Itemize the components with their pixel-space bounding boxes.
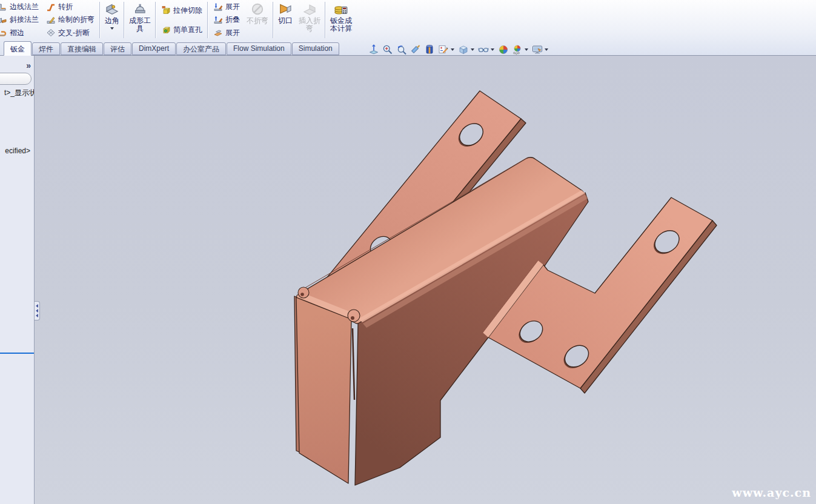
jog-icon: [46, 2, 56, 12]
corner-gusset[interactable]: [348, 310, 360, 322]
tab-weldments[interactable]: 焊件: [32, 42, 60, 55]
button-label: 展开: [225, 2, 240, 12]
corner-dropdown-arrow[interactable]: [110, 27, 114, 30]
view-settings-dropdown-arrow[interactable]: [545, 48, 548, 51]
toolbar-button-row: 边线法兰斜接法兰褶边转折绘制的折弯交叉-折断边角成形工具拉伸切除简单直孔展开折叠…: [0, 0, 355, 40]
watermark: www.ayc.cn: [732, 486, 811, 499]
extruded-cut-icon: [161, 5, 171, 15]
unfold-button[interactable]: 展开: [211, 1, 242, 13]
feature-filter-box[interactable]: [0, 73, 32, 85]
unfold-icon: [213, 2, 223, 12]
view-settings-icon[interactable]: [531, 43, 544, 56]
hem-button[interactable]: 褶边: [0, 27, 41, 39]
toolbar-group-fold-column: 展开折叠展开: [210, 0, 244, 40]
sheet-metal-cost-button[interactable]: 钣金成本计算: [327, 0, 355, 40]
previous-view-icon[interactable]: [395, 43, 408, 56]
hide-show-items-icon[interactable]: [477, 43, 490, 56]
toolbar-group-cut-column: 拉伸切除简单直孔: [158, 0, 206, 40]
flatten-button[interactable]: 展开: [211, 27, 242, 39]
toolbar-group-flange-column: 边线法兰斜接法兰褶边: [0, 0, 42, 40]
button-label: 切口: [278, 17, 293, 25]
tab-simulation[interactable]: Simulation: [292, 42, 339, 55]
rip-button[interactable]: 切口: [275, 0, 296, 40]
box-left-face[interactable]: [296, 297, 351, 483]
view-orientation-icon[interactable]: [437, 43, 450, 56]
toolbar-separator: [273, 2, 274, 38]
toolbar-separator: [207, 2, 208, 38]
display-style-icon[interactable]: [457, 43, 470, 56]
apply-scene-icon[interactable]: [511, 43, 524, 56]
edit-appearance-icon[interactable]: [497, 43, 510, 56]
corner-gusset-center: [300, 293, 304, 296]
sketched-bend-button[interactable]: 绘制的折弯: [44, 13, 97, 26]
tab-office-products[interactable]: 办公室产品: [176, 42, 226, 55]
zoom-to-fit-icon[interactable]: [367, 43, 380, 56]
panel-splitter-line[interactable]: [0, 353, 34, 354]
tab-evaluate[interactable]: 评估: [104, 42, 131, 55]
toolbar-separator: [325, 2, 326, 38]
tree-item-material-not-specified[interactable]: ecified>: [5, 147, 30, 155]
sheet-metal-part-model: [35, 56, 816, 504]
jog-button[interactable]: 转折: [44, 1, 97, 13]
simple-hole-button[interactable]: 简单直孔: [159, 24, 205, 36]
panel-expand-chevron[interactable]: »: [26, 61, 31, 70]
button-label: 展开: [225, 28, 240, 38]
fold-icon: [213, 15, 223, 25]
feature-manager-panel: » t>_显示状 ecified>: [0, 56, 35, 504]
button-label: 插入折弯: [299, 17, 320, 33]
sketched-bend-icon: [46, 15, 56, 25]
solidworks-window: 边线法兰斜接法兰褶边转折绘制的折弯交叉-折断边角成形工具拉伸切除简单直孔展开折叠…: [0, 0, 816, 504]
hide-show-items-dropdown-arrow[interactable]: [491, 48, 494, 51]
panel-collapse-handle[interactable]: [35, 301, 40, 320]
corner-icon: [105, 2, 119, 16]
toolbar-group-bend-column: 转折绘制的折弯交叉-折断: [42, 0, 98, 40]
apply-scene-dropdown-arrow[interactable]: [525, 48, 528, 51]
corner-gusset[interactable]: [298, 287, 309, 298]
cross-break-button[interactable]: 交叉-折断: [44, 27, 97, 39]
button-label: 边线法兰: [10, 2, 39, 12]
collapse-arrow-icon: [36, 309, 38, 313]
collapse-arrow-icon: [36, 314, 38, 317]
zoom-to-area-icon[interactable]: [381, 43, 394, 56]
corner-gusset-center: [351, 316, 354, 320]
insert-bends-button[interactable]: 插入折弯: [296, 0, 323, 40]
fold-button[interactable]: 折叠: [211, 13, 242, 26]
button-label: 边角: [105, 17, 119, 25]
toolbar-separator: [155, 2, 156, 38]
view-orientation-dropdown-arrow[interactable]: [451, 48, 454, 51]
button-label: 交叉-折断: [58, 28, 90, 38]
toolbar-separator: [124, 2, 125, 38]
tab-flow-simulation[interactable]: Flow Simulation: [227, 42, 291, 55]
rip-gap-slit[interactable]: [353, 328, 354, 400]
display-style-dropdown-arrow[interactable]: [471, 48, 474, 51]
tab-sheet-metal[interactable]: 钣金: [4, 41, 32, 56]
collapse-arrow-icon: [36, 304, 38, 308]
graphics-area[interactable]: www.ayc.cn: [35, 56, 816, 504]
miter-flange-button[interactable]: 斜接法兰: [0, 13, 41, 26]
insert-bends-icon: [302, 2, 317, 16]
edge-flange-icon: [0, 2, 7, 12]
button-label: 斜接法兰: [10, 15, 39, 25]
hem-icon: [0, 28, 7, 38]
button-label: 折叠: [225, 15, 240, 25]
tab-direct-editing[interactable]: 直接编辑: [61, 42, 103, 55]
section-view-icon[interactable]: [409, 43, 422, 56]
forming-tool-button[interactable]: 成形工具: [126, 0, 154, 40]
forming-tool-icon: [133, 2, 147, 16]
miter-flange-icon: [0, 15, 7, 25]
edge-flange-button[interactable]: 边线法兰: [0, 1, 41, 13]
cost-icon: [334, 2, 348, 16]
corner-button[interactable]: 边角: [102, 0, 122, 40]
tree-item-display-state[interactable]: t>_显示状: [4, 88, 35, 98]
extruded-cut-button[interactable]: 拉伸切除: [159, 4, 205, 17]
no-bends-button[interactable]: 不折弯: [244, 0, 271, 40]
button-label: 钣金成本计算: [330, 17, 352, 33]
3d-drawing-view-icon[interactable]: [423, 43, 436, 56]
toolbar-separator: [99, 2, 101, 38]
tab-dimxpert[interactable]: DimXpert: [132, 42, 176, 55]
heads-up-view-toolbar: [367, 42, 550, 57]
button-label: 成形工具: [129, 17, 151, 33]
simple-hole-icon: [161, 25, 171, 35]
button-label: 转折: [58, 2, 73, 12]
button-label: 绘制的折弯: [58, 15, 95, 25]
